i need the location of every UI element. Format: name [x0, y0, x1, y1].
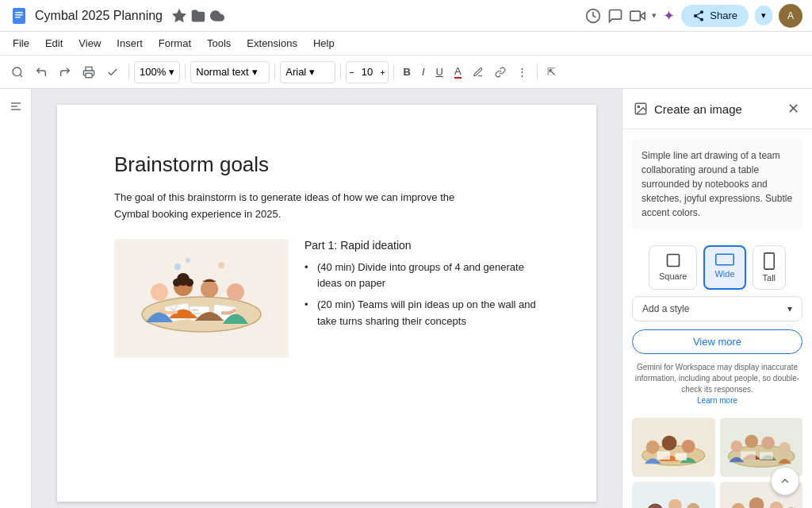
svg-marker-6: [641, 12, 645, 18]
spellcheck-button[interactable]: [102, 60, 124, 85]
toolbar-divider-1: [128, 64, 129, 80]
share-dropdown-button[interactable]: ▾: [755, 6, 772, 25]
menu-file[interactable]: File: [6, 35, 36, 52]
shape-wide[interactable]: Wide: [703, 245, 745, 290]
doc-icon: [10, 6, 29, 25]
title-bar-right: ▾ ✦ Share ▾ A: [585, 4, 802, 28]
svg-rect-3: [15, 17, 21, 18]
expand-button[interactable]: ⇱: [542, 60, 561, 85]
svg-rect-33: [667, 255, 679, 267]
svg-rect-50: [760, 452, 773, 460]
menu-extensions[interactable]: Extensions: [240, 35, 304, 52]
font-size-control[interactable]: − 10 +: [346, 61, 388, 83]
meet-caret[interactable]: ▾: [652, 10, 657, 21]
shape-options: Square Wide Tall: [622, 239, 812, 296]
share-button[interactable]: Share: [681, 5, 749, 27]
svg-point-8: [13, 67, 21, 76]
svg-point-28: [218, 262, 224, 268]
svg-point-40: [682, 440, 695, 453]
font-size-increase[interactable]: +: [377, 67, 387, 77]
svg-point-48: [779, 442, 791, 454]
doc-page: Brainstorm goals The goal of this brains…: [57, 105, 596, 502]
toolbar-divider-2: [185, 64, 186, 80]
underline-button[interactable]: U: [431, 60, 448, 85]
svg-rect-42: [675, 453, 687, 460]
font-size-decrease[interactable]: −: [347, 67, 356, 77]
shape-square[interactable]: Square: [649, 245, 697, 290]
image-icon: [634, 102, 648, 116]
svg-point-25: [227, 283, 244, 301]
content-row: Part 1: Rapid ideation (40 min) Divide i…: [114, 239, 539, 358]
cloud-icon: [210, 9, 224, 23]
svg-point-32: [638, 106, 639, 107]
part-title: Part 1: Rapid ideation: [304, 239, 539, 252]
menu-help[interactable]: Help: [307, 35, 341, 52]
text-color-button[interactable]: A: [450, 60, 466, 85]
comment-icon[interactable]: [607, 8, 623, 24]
highlight-button[interactable]: [468, 60, 488, 85]
svg-rect-29: [192, 309, 198, 311]
svg-marker-4: [174, 10, 186, 21]
toolbar-divider-3: [274, 64, 275, 80]
right-panel: Create an image ✕ Simple line art drawin…: [622, 89, 812, 508]
view-more-button[interactable]: View more: [632, 329, 802, 354]
menu-format[interactable]: Format: [152, 35, 197, 52]
star-icon[interactable]: [172, 9, 186, 23]
doc-title: Cymbal 2025 Planning: [35, 9, 163, 23]
svg-point-23: [186, 279, 193, 287]
main-layout: Brainstorm goals The goal of this brains…: [0, 89, 812, 508]
menu-insert[interactable]: Insert: [110, 35, 149, 52]
folder-icon[interactable]: [191, 9, 205, 23]
learn-more-link[interactable]: Learn more: [697, 396, 737, 405]
paragraph-style-select[interactable]: Normal text ▾: [190, 61, 270, 83]
svg-point-26: [174, 264, 181, 270]
avatar: A: [779, 4, 802, 28]
undo-button[interactable]: [30, 60, 52, 85]
svg-point-39: [662, 436, 677, 451]
panel-header: Create an image ✕: [622, 89, 812, 129]
panel-title: Create an image: [654, 102, 779, 116]
doc-paragraph: The goal of this brainstorm is to genera…: [114, 190, 479, 223]
print-button[interactable]: [78, 60, 100, 85]
bold-button[interactable]: B: [399, 60, 416, 85]
zoom-select[interactable]: 100% ▾: [134, 61, 180, 83]
image-thumb-3[interactable]: [632, 482, 715, 508]
font-select[interactable]: Arial ▾: [280, 61, 335, 83]
redo-button[interactable]: [54, 60, 76, 85]
menu-bar: File Edit View Insert Format Tools Exten…: [0, 32, 812, 56]
svg-point-27: [186, 258, 190, 263]
svg-rect-2: [15, 14, 23, 16]
svg-point-24: [201, 280, 218, 298]
outline-toggle[interactable]: [5, 95, 27, 117]
shape-tall[interactable]: Tall: [753, 245, 787, 290]
doc-heading: Brainstorm goals: [114, 152, 539, 177]
doc-area: Brainstorm goals The goal of this brains…: [32, 89, 622, 508]
svg-point-45: [730, 441, 742, 452]
style-dropdown[interactable]: Add a style ▾: [632, 296, 802, 321]
italic-button[interactable]: I: [417, 60, 430, 85]
svg-rect-49: [741, 452, 756, 460]
link-button[interactable]: [490, 60, 511, 85]
doc-image: [114, 239, 289, 358]
meet-icon[interactable]: [630, 8, 645, 24]
svg-point-47: [761, 437, 775, 450]
more-options-button[interactable]: ⋮: [512, 60, 532, 85]
svg-point-22: [173, 279, 181, 287]
disclaimer: Gemini for Workspace may display inaccur…: [632, 362, 802, 406]
menu-tools[interactable]: Tools: [201, 35, 237, 52]
gemini-icon[interactable]: ✦: [663, 7, 675, 25]
toolbar-divider-4: [340, 64, 341, 80]
bullet-list: (40 min) Divide into groups of 4 and gen…: [304, 260, 539, 330]
menu-view[interactable]: View: [72, 35, 107, 52]
scroll-up-button[interactable]: [771, 467, 799, 495]
title-bar: Cymbal 2025 Planning ▾ ✦ Sha: [0, 0, 812, 32]
search-button[interactable]: [6, 60, 29, 85]
panel-close-button[interactable]: ✕: [786, 98, 801, 119]
svg-rect-34: [716, 254, 734, 265]
svg-rect-35: [764, 253, 774, 269]
svg-line-9: [20, 75, 22, 77]
menu-edit[interactable]: Edit: [39, 35, 69, 52]
image-thumb-1[interactable]: [632, 418, 715, 477]
svg-point-19: [151, 283, 168, 301]
history-icon[interactable]: [585, 8, 601, 24]
